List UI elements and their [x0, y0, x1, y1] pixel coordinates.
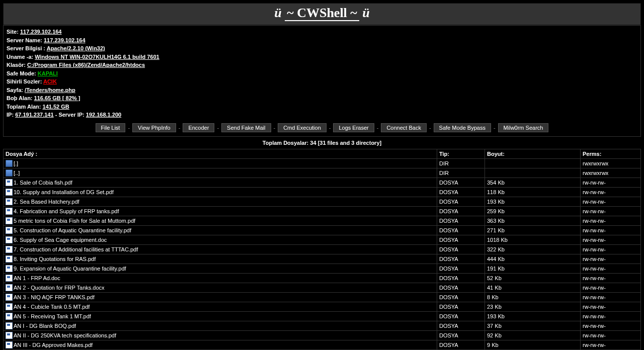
free-space-label: Boþ Alan:	[7, 95, 33, 101]
file-link[interactable]: AN 5 - Receiving Tank 1 MT.pdf	[14, 313, 91, 319]
file-perms: rw-rw-rw-	[581, 235, 641, 244]
server-name-label: Server Name:	[7, 37, 42, 43]
file-link[interactable]: 5 metric tons of Cobia Fish for Sale at …	[14, 218, 135, 224]
file-size: 193 Kb	[485, 197, 581, 206]
file-size: 363 Kb	[485, 216, 581, 225]
file-icon	[6, 236, 13, 243]
file-icon	[6, 275, 13, 282]
table-row: 5 metric tons of Cobia Fish for Sale at …	[4, 216, 641, 225]
file-perms: rw-rw-rw-	[581, 292, 641, 302]
col-name[interactable]: Dosya Adý :	[4, 149, 437, 158]
file-link[interactable]: 2. Sea Based Hatchery.pdf	[14, 199, 79, 205]
file-size	[485, 168, 581, 178]
col-perms[interactable]: Perms:	[581, 149, 641, 158]
server-name-link[interactable]: 117.239.102.164	[44, 37, 86, 43]
file-type: DOSYA	[437, 330, 485, 340]
total-space-value: 141.52 GB	[43, 104, 69, 110]
file-link[interactable]: 9. Expansion of Aquatic Quarantine facil…	[14, 266, 126, 272]
table-row: AN I - DG Blank BOQ.pdfDOSYA37 Kbrw-rw-r…	[4, 321, 641, 330]
nav-button-send-fake-mail[interactable]: Send Fake Mail	[221, 123, 271, 132]
nav-separator: -	[494, 125, 496, 131]
file-link[interactable]: 4. Fabrication and Supply of FRP tanks.p…	[14, 208, 119, 214]
file-link[interactable]: AN 1 - FRP Ad.doc	[14, 275, 60, 281]
table-row: 2. Sea Based Hatchery.pdfDOSYA193 Kbrw-r…	[4, 197, 641, 206]
file-link[interactable]: 6. Supply of Sea Cage equipment.doc	[14, 237, 107, 243]
file-link[interactable]: 1. Sale of Cobia fish.pdf	[14, 180, 72, 186]
file-perms: rw-rw-rw-	[581, 273, 641, 283]
file-size: 322 Kb	[485, 244, 581, 254]
file-perms: rwxrwxrwx	[581, 158, 641, 168]
file-perms: rw-rw-rw-	[581, 321, 641, 330]
file-size: 191 Kb	[485, 264, 581, 273]
file-perms: rw-rw-rw-	[581, 340, 641, 349]
table-row: AN 2 - Quotation for FRP Tanks.docxDOSYA…	[4, 283, 641, 292]
file-link[interactable]: AN 4 - Cubicle Tank 0.5 MT.pdf	[14, 304, 90, 310]
file-icon	[6, 322, 13, 329]
table-row: 5. Construction of Aquatic Quarantine fa…	[4, 225, 641, 235]
file-type: DOSYA	[437, 187, 485, 197]
safe-mode-value: KAPALI	[38, 70, 58, 76]
file-perms: rw-rw-rw-	[581, 302, 641, 311]
nav-button-milw0rm-search[interactable]: Milw0rm Search	[498, 123, 549, 132]
file-perms: rw-rw-rw-	[581, 311, 641, 321]
uname-label: Uname -a:	[7, 54, 33, 60]
table-row: AN 1 - FRP Ad.docDOSYA52 Kbrw-rw-rw-	[4, 273, 641, 283]
file-size: 193 Kb	[485, 311, 581, 321]
file-size: 1018 Kb	[485, 235, 581, 244]
file-size: 52 Kb	[485, 273, 581, 283]
site-link[interactable]: 117.239.102.164	[20, 29, 62, 35]
file-type: DOSYA	[437, 206, 485, 216]
file-link[interactable]: AN 3 - NIQ AQF FRP TANKS.pdf	[14, 294, 95, 300]
nav-separator: -	[217, 125, 219, 131]
table-row: 10. Supply and Installation of DG Set.pd…	[4, 187, 641, 197]
file-link[interactable]: AN II - DG 250KVA tech specifications.pd…	[14, 332, 116, 338]
title-bar: ü ~ CWShell ~ ü	[3, 3, 641, 25]
file-icon	[6, 265, 13, 272]
safe-mode-label: Safe Mode:	[7, 70, 36, 76]
table-row: AN III - DG Approved Makes.pdfDOSYA9 Kbr…	[4, 340, 641, 349]
table-row: AN 5 - Receiving Tank 1 MT.pdfDOSYA193 K…	[4, 311, 641, 321]
table-row: AN 3 - NIQ AQF FRP TANKS.pdfDOSYA8 Kbrw-…	[4, 292, 641, 302]
nav-button-file-list[interactable]: File List	[96, 123, 126, 132]
file-link[interactable]: AN I - DG Blank BOQ.pdf	[14, 323, 76, 329]
server-ip-sep: - Server IP:	[55, 112, 86, 118]
nav-button-connect-back[interactable]: Connect Back	[381, 123, 426, 132]
file-link[interactable]: 5. Construction of Aquatic Quarantine fa…	[14, 227, 131, 233]
nav-separator: -	[274, 125, 276, 131]
file-icon	[6, 313, 13, 320]
file-link[interactable]: [..]	[14, 170, 20, 176]
nav-button-safe-mode-bypass[interactable]: Safe Mode Bypass	[434, 123, 491, 132]
page-link[interactable]: /Tenders/home.php	[25, 87, 75, 93]
file-link[interactable]: [.]	[14, 160, 18, 166]
page-label: Sayfa:	[7, 87, 23, 93]
table-row: 9. Expansion of Aquatic Quarantine facil…	[4, 264, 641, 273]
nav-button-view-phpinfo[interactable]: View PhpInfo	[132, 123, 176, 132]
server-ip-link[interactable]: 192.168.1.200	[86, 112, 121, 118]
folder-link[interactable]: C:/Program Files (x86)/Zend/Apache2/htdo…	[27, 62, 145, 68]
ip-link[interactable]: 67.191.237.141	[15, 112, 53, 118]
file-size: 354 Kb	[485, 178, 581, 187]
nav-button-logs-eraser[interactable]: Logs Eraser	[333, 123, 374, 132]
file-size: 271 Kb	[485, 225, 581, 235]
file-link[interactable]: 8. Inviting Quotations for RAS.pdf	[14, 256, 96, 262]
file-link[interactable]: 10. Supply and Installation of DG Set.pd…	[14, 189, 114, 195]
file-type: DOSYA	[437, 225, 485, 235]
table-row: [.]DIRrwxrwxrwx	[4, 158, 641, 168]
file-icon	[6, 294, 13, 301]
file-link[interactable]: AN III - DG Approved Makes.pdf	[14, 342, 93, 348]
nav-separator: -	[329, 125, 331, 131]
col-size[interactable]: Boyut:	[485, 149, 581, 158]
col-type[interactable]: Tip:	[437, 149, 485, 158]
nav-button-encoder[interactable]: Encoder	[183, 123, 214, 132]
file-size	[485, 158, 581, 168]
file-size: 259 Kb	[485, 206, 581, 216]
file-perms: rwxrwxrwx	[581, 168, 641, 178]
page-title: ü ~ CWShell ~ ü	[4, 6, 640, 21]
file-link[interactable]: 7. Construction of Additional facilities…	[14, 246, 138, 252]
file-size: 37 Kb	[485, 321, 581, 330]
nav-button-cmd-execution[interactable]: Cmd Execution	[278, 123, 327, 132]
file-perms: rw-rw-rw-	[581, 197, 641, 206]
file-type: DOSYA	[437, 254, 485, 264]
file-link[interactable]: AN 2 - Quotation for FRP Tanks.docx	[14, 285, 105, 291]
file-table: Dosya Adý : Tip: Boyut: Perms: [.]DIRrwx…	[3, 149, 641, 351]
